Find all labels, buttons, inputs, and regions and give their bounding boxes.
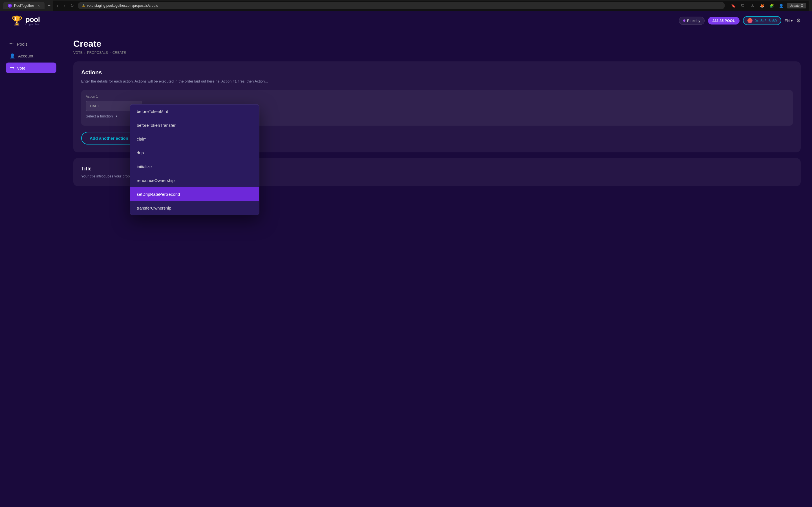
dropdown-item-initialize[interactable]: initialize bbox=[130, 160, 259, 173]
breadcrumb-vote: VOTE bbox=[73, 51, 83, 55]
add-action-button[interactable]: Add another action bbox=[81, 132, 137, 145]
main-layout: 〰 Pools 👤 Account 🗃 Vote Create VOTE › P… bbox=[0, 30, 812, 507]
lock-icon: 🔒 bbox=[82, 4, 85, 7]
app-header: 🏆 pool together Rinkeby 233.85 POOL 0xa5… bbox=[0, 11, 812, 30]
network-badge[interactable]: Rinkeby bbox=[679, 17, 705, 25]
lang-label: EN bbox=[784, 18, 790, 23]
user-circle-btn[interactable]: 👤 bbox=[777, 2, 785, 10]
menu-icon: ☰ bbox=[801, 4, 804, 8]
sidebar-item-account[interactable]: 👤 Account bbox=[6, 50, 56, 61]
breadcrumb: VOTE › PROPOSALS › CREATE bbox=[73, 51, 801, 55]
new-tab-btn[interactable]: + bbox=[48, 3, 50, 8]
dropdown-item-transferOwnership[interactable]: transferOwnership bbox=[130, 201, 259, 215]
pool-balance-text: 233.85 POOL bbox=[712, 18, 735, 23]
actions-card-desc: Enter the details for each action. Actio… bbox=[81, 78, 793, 84]
dropdown-item-claim[interactable]: claim bbox=[130, 132, 259, 146]
actions-card-title: Actions bbox=[81, 69, 793, 76]
sidebar-item-pools[interactable]: 〰 Pools bbox=[6, 39, 56, 49]
logo-sub: together bbox=[26, 23, 42, 25]
shield-btn[interactable]: 🛡 bbox=[739, 2, 747, 10]
dropdown-item-renounceOwnership[interactable]: renounceOwnership bbox=[130, 173, 259, 187]
update-btn[interactable]: Update ☰ bbox=[787, 3, 806, 8]
wallet-avatar bbox=[748, 18, 753, 23]
dropdown-item-setDripRatePerSecond[interactable]: setDripRatePerSecond bbox=[130, 187, 259, 201]
browser-actions: 🔖 🛡 ⚠ 🦊 🧩 👤 Update ☰ bbox=[729, 2, 806, 10]
address-text: vote-staging.pooltogether.com/proposals/… bbox=[87, 4, 158, 8]
wallet-badge[interactable]: 0xa5c3..6a69 bbox=[743, 16, 781, 25]
browser-chrome: P PoolTogether ✕ + ‹ › ↻ 🔒 vote-staging.… bbox=[0, 0, 812, 11]
forward-btn[interactable]: › bbox=[62, 3, 67, 8]
pool-balance-badge[interactable]: 233.85 POOL bbox=[708, 17, 740, 24]
puzzle-btn[interactable]: 🧩 bbox=[768, 2, 776, 10]
lang-chevron-icon: ▾ bbox=[791, 18, 793, 23]
reload-btn[interactable]: ↻ bbox=[69, 3, 75, 8]
logo-trophy-icon: 🏆 bbox=[11, 15, 22, 26]
browser-tab[interactable]: P PoolTogether ✕ bbox=[3, 2, 45, 9]
fox-btn[interactable]: 🦊 bbox=[758, 2, 766, 10]
tab-favicon: P bbox=[8, 4, 12, 8]
wallet-address: 0xa5c3..6a69 bbox=[755, 18, 777, 23]
content-area: Create VOTE › PROPOSALS › CREATE Actions… bbox=[62, 30, 812, 507]
tab-close-btn[interactable]: ✕ bbox=[38, 4, 40, 8]
sidebar-label-account: Account bbox=[18, 54, 33, 58]
select-function-chevron: ▲ bbox=[115, 114, 118, 118]
breadcrumb-sep-1: › bbox=[84, 51, 86, 55]
function-dropdown: beforeTokenMint beforeTokenTransfer clai… bbox=[130, 104, 259, 215]
update-label: Update bbox=[790, 4, 800, 7]
browser-nav: ‹ › ↻ 🔒 vote-staging.pooltogether.com/pr… bbox=[53, 1, 809, 11]
warn-btn[interactable]: ⚠ bbox=[749, 2, 756, 10]
select-function-label: Select a function bbox=[86, 114, 113, 118]
logo-text: pool together bbox=[26, 16, 42, 25]
vote-icon: 🗃 bbox=[10, 65, 14, 70]
header-right: Rinkeby 233.85 POOL 0xa5c3..6a69 EN ▾ ⚙ bbox=[679, 16, 801, 25]
breadcrumb-create: CREATE bbox=[112, 51, 126, 55]
sidebar-item-vote[interactable]: 🗃 Vote bbox=[6, 62, 56, 73]
pools-icon: 〰 bbox=[10, 41, 14, 47]
action-label: Action 1 bbox=[86, 95, 788, 99]
address-bar[interactable]: 🔒 vote-staging.pooltogether.com/proposal… bbox=[78, 2, 725, 9]
tab-title: PoolTogether bbox=[14, 4, 34, 8]
dropdown-item-beforeTokenTransfer[interactable]: beforeTokenTransfer bbox=[130, 118, 259, 132]
dropdown-item-beforeTokenMint[interactable]: beforeTokenMint bbox=[130, 105, 259, 118]
bookmark-btn[interactable]: 🔖 bbox=[729, 2, 737, 10]
dropdown-item-drip[interactable]: drip bbox=[130, 146, 259, 160]
breadcrumb-proposals: PROPOSALS bbox=[87, 51, 108, 55]
lang-selector[interactable]: EN ▾ bbox=[784, 18, 793, 23]
settings-icon[interactable]: ⚙ bbox=[796, 17, 801, 24]
sidebar-label-vote: Vote bbox=[17, 66, 26, 70]
sidebar-label-pools: Pools bbox=[17, 42, 28, 47]
logo-name: pool bbox=[26, 16, 42, 23]
sidebar: 〰 Pools 👤 Account 🗃 Vote bbox=[0, 30, 62, 507]
page-title: Create bbox=[73, 39, 801, 49]
account-icon: 👤 bbox=[10, 53, 15, 59]
network-label: Rinkeby bbox=[687, 18, 700, 23]
breadcrumb-sep-2: › bbox=[110, 51, 111, 55]
network-dot bbox=[683, 19, 686, 22]
logo-area: 🏆 pool together bbox=[11, 15, 42, 26]
back-btn[interactable]: ‹ bbox=[55, 3, 60, 8]
